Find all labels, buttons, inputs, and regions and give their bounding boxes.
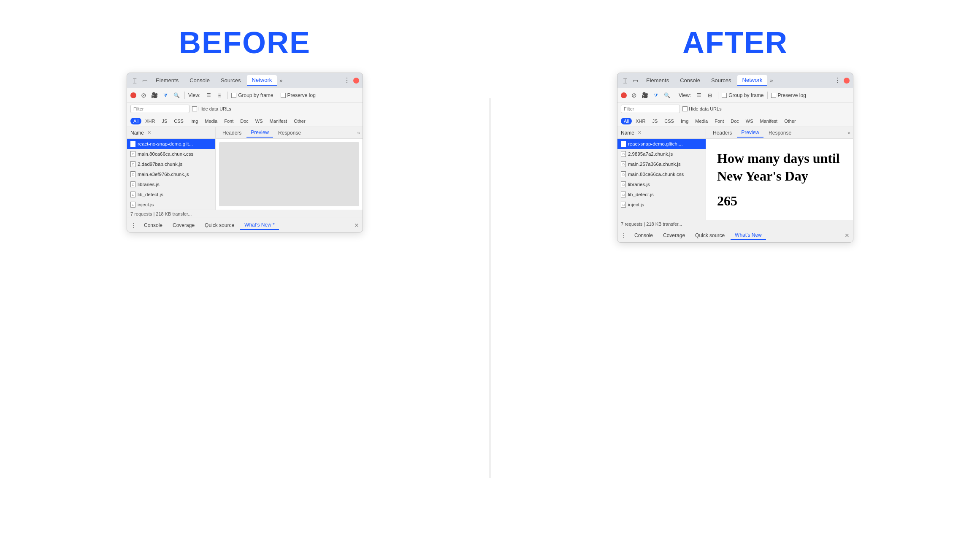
after-type-css[interactable]: CSS xyxy=(661,118,677,124)
after-tab-console[interactable]: Console xyxy=(675,76,705,85)
after-type-js[interactable]: JS xyxy=(649,118,661,124)
before-type-doc[interactable]: Doc xyxy=(237,118,252,124)
before-file-2[interactable]: □ 2.dad97bab.chunk.js xyxy=(127,159,215,169)
after-type-other[interactable]: Other xyxy=(781,118,799,124)
after-preview-tab-preview[interactable]: Preview xyxy=(737,128,763,138)
after-type-xhr[interactable]: XHR xyxy=(633,118,648,124)
before-type-media[interactable]: Media xyxy=(202,118,220,124)
before-preserve-log-checkbox[interactable] xyxy=(281,93,286,98)
after-hide-data-urls-label[interactable]: Hide data URLs xyxy=(682,106,722,111)
after-col-close[interactable]: ✕ xyxy=(638,130,642,135)
before-type-img[interactable]: Img xyxy=(187,118,201,124)
after-file-4[interactable]: □ libraries.js xyxy=(617,179,706,189)
after-file-3[interactable]: □ main.80ca66ca.chunk.css xyxy=(617,169,706,179)
before-drawer-console[interactable]: Console xyxy=(140,221,167,230)
after-drawer-console[interactable]: Console xyxy=(630,231,657,240)
before-preserve-log-label[interactable]: Preserve log xyxy=(281,92,316,98)
before-group-by-frame-checkbox[interactable] xyxy=(231,93,236,98)
before-preview-tab-more[interactable]: » xyxy=(357,130,360,136)
after-drawer-coverage[interactable]: Coverage xyxy=(659,231,689,240)
after-search-icon[interactable]: 🔍 xyxy=(662,91,671,100)
after-type-doc[interactable]: Doc xyxy=(728,118,742,124)
before-type-font[interactable]: Font xyxy=(221,118,236,124)
before-tab-network[interactable]: Network xyxy=(247,75,277,86)
before-close-btn[interactable] xyxy=(353,78,359,84)
after-preview-tab-response[interactable]: Response xyxy=(764,129,796,137)
before-record-btn[interactable] xyxy=(130,92,136,98)
after-more-btn[interactable]: ⋮ xyxy=(833,76,842,85)
before-file-6[interactable]: □ inject.js xyxy=(127,200,215,210)
before-filter-icon[interactable]: ⧩ xyxy=(161,91,170,100)
before-device-icon[interactable]: ▭ xyxy=(141,76,149,85)
after-file-5[interactable]: □ lib_detect.js xyxy=(617,189,706,200)
before-filter-input[interactable] xyxy=(130,105,190,113)
after-type-ws[interactable]: WS xyxy=(743,118,756,124)
before-grid-view-btn[interactable]: ⊟ xyxy=(215,91,224,100)
before-type-js[interactable]: JS xyxy=(159,118,170,124)
after-preserve-log-label[interactable]: Preserve log xyxy=(771,92,806,98)
after-filter-input[interactable] xyxy=(621,105,680,113)
after-preview-tab-headers[interactable]: Headers xyxy=(709,129,736,137)
before-tab-console[interactable]: Console xyxy=(184,76,215,85)
before-preview-tab-response[interactable]: Response xyxy=(274,129,305,137)
after-filter-icon[interactable]: ⧩ xyxy=(651,91,661,100)
after-type-manifest[interactable]: Manifest xyxy=(757,118,781,124)
after-file-2[interactable]: □ main.257a366a.chunk.js xyxy=(617,159,706,169)
before-stop-btn[interactable]: ⊘ xyxy=(139,91,148,100)
before-file-3[interactable]: □ main.e3ef976b.chunk.js xyxy=(127,169,215,179)
after-stop-btn[interactable]: ⊘ xyxy=(629,91,639,100)
before-preview-tab-preview[interactable]: Preview xyxy=(246,128,273,138)
before-file-1[interactable]: □ main.80ca66ca.chunk.css xyxy=(127,149,215,159)
after-drawer-menu[interactable]: ⋮ xyxy=(621,232,627,239)
after-preview-tab-more[interactable]: » xyxy=(847,130,850,136)
before-search-icon[interactable]: 🔍 xyxy=(172,91,181,100)
before-tab-more[interactable]: » xyxy=(278,76,284,85)
after-hide-data-urls-checkbox[interactable] xyxy=(682,106,688,111)
after-group-by-frame-checkbox[interactable] xyxy=(722,93,727,98)
after-group-by-frame-label[interactable]: Group by frame xyxy=(722,92,763,98)
after-type-media[interactable]: Media xyxy=(692,118,711,124)
after-camera-btn[interactable]: 🎥 xyxy=(640,91,650,100)
after-drawer-close[interactable]: ✕ xyxy=(845,232,850,239)
after-file-1[interactable]: □ 2.9895a7a2.chunk.js xyxy=(617,149,706,159)
before-list-view-btn[interactable]: ☰ xyxy=(204,91,213,100)
before-group-by-frame-label[interactable]: Group by frame xyxy=(231,92,273,98)
before-type-all[interactable]: All xyxy=(130,118,141,124)
after-drawer-whats-new[interactable]: What's New xyxy=(731,231,766,240)
before-hide-data-urls-label[interactable]: Hide data URLs xyxy=(192,106,231,111)
before-type-manifest[interactable]: Manifest xyxy=(267,118,290,124)
after-preserve-log-checkbox[interactable] xyxy=(771,93,776,98)
after-type-font[interactable]: Font xyxy=(712,118,727,124)
before-camera-btn[interactable]: 🎥 xyxy=(150,91,159,100)
before-file-5[interactable]: □ lib_detect.js xyxy=(127,189,215,200)
before-more-btn[interactable]: ⋮ xyxy=(342,76,352,85)
before-type-css[interactable]: CSS xyxy=(171,118,187,124)
before-drawer-menu[interactable]: ⋮ xyxy=(130,222,136,229)
before-file-4[interactable]: □ libraries.js xyxy=(127,179,215,189)
after-drawer-quick-source[interactable]: Quick source xyxy=(691,231,729,240)
after-type-all[interactable]: All xyxy=(621,118,632,124)
after-type-img[interactable]: Img xyxy=(678,118,691,124)
after-tab-network[interactable]: Network xyxy=(737,75,768,86)
before-type-ws[interactable]: WS xyxy=(252,118,266,124)
before-drawer-coverage[interactable]: Coverage xyxy=(168,221,199,230)
before-file-0[interactable]: □ react-no-snap-demo.glit... xyxy=(127,139,215,149)
after-tab-elements[interactable]: Elements xyxy=(641,76,674,85)
before-preview-tab-headers[interactable]: Headers xyxy=(218,129,246,137)
after-file-6[interactable]: □ inject.js xyxy=(617,200,706,210)
after-close-btn[interactable] xyxy=(844,78,850,84)
after-record-btn[interactable] xyxy=(621,92,627,98)
after-tab-sources[interactable]: Sources xyxy=(706,76,736,85)
after-inspect-icon[interactable]: ⌶ xyxy=(621,76,629,85)
before-hide-data-urls-checkbox[interactable] xyxy=(192,106,197,111)
after-grid-view-btn[interactable]: ⊟ xyxy=(705,91,715,100)
after-tab-more[interactable]: » xyxy=(768,76,774,85)
before-drawer-whats-new[interactable]: What's New * xyxy=(240,221,279,230)
before-type-other[interactable]: Other xyxy=(291,118,309,124)
before-type-xhr[interactable]: XHR xyxy=(142,118,158,124)
before-tab-elements[interactable]: Elements xyxy=(151,76,184,85)
before-inspect-icon[interactable]: ⌶ xyxy=(130,76,139,85)
before-drawer-quick-source[interactable]: Quick source xyxy=(200,221,238,230)
after-device-icon[interactable]: ▭ xyxy=(631,76,639,85)
before-tab-sources[interactable]: Sources xyxy=(216,76,246,85)
